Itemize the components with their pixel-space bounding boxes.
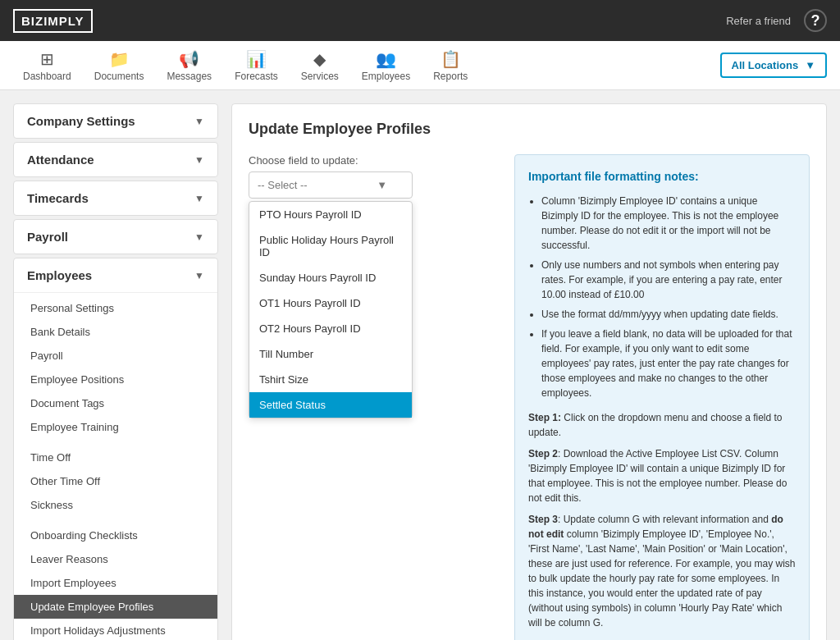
dropdown-item-tshirt-size[interactable]: Tshirt Size [249,367,412,392]
employees-arrow-icon: ▼ [194,270,204,281]
top-nav: BIZIMPLY Refer a friend ? [0,0,840,41]
nav-label-employees: Employees [362,71,410,82]
sidebar-item-onboarding-checklists[interactable]: Onboarding Checklists [14,523,217,547]
nav-label-reports: Reports [433,71,468,82]
timecards-label: Timecards [27,191,89,205]
content-body: Choose field to update: -- Select -- ▼ P… [249,154,810,640]
nav-items: ⊞ Dashboard 📁 Documents 📢 Messages 📊 For… [13,43,477,89]
sidebar-item-import-employees[interactable]: Import Employees [14,571,217,595]
dashboard-icon: ⊞ [40,49,54,69]
dropdown-item-ot1-hours[interactable]: OT1 Hours Payroll ID [249,290,412,316]
sidebar-divider-1 [14,439,217,446]
company-settings-arrow-icon: ▼ [194,116,204,127]
forecasts-icon: 📊 [246,49,267,69]
info-bullet-4: If you leave a field blank, no data will… [541,327,796,400]
dropdown-item-sunday-hours[interactable]: Sunday Hours Payroll ID [249,265,412,290]
select-placeholder: -- Select -- [258,179,308,191]
nav-label-services: Services [301,71,339,82]
dropdown-item-public-holiday-hours[interactable]: Public Holiday Hours Payroll ID [249,227,412,265]
logo[interactable]: BIZIMPLY [13,9,93,33]
step-1: Step 1: Click on the dropdown menu and c… [528,410,796,440]
sidebar-item-leaver-reasons[interactable]: Leaver Reasons [14,547,217,571]
left-panel: Choose field to update: -- Select -- ▼ P… [249,154,498,640]
sidebar-item-bank-details[interactable]: Bank Details [14,320,217,344]
dropdown-item-till-number[interactable]: Till Number [249,341,412,367]
info-bullet-1: Column 'Bizimply Employee ID' contains a… [541,194,796,253]
reports-icon: 📋 [441,49,461,69]
sidebar-item-employee-positions[interactable]: Employee Positions [14,368,217,391]
attendance-label: Attendance [27,153,94,167]
attendance-header[interactable]: Attendance ▼ [14,143,217,176]
info-bullet-2: Only use numbers and not symbols when en… [541,258,796,302]
nav-label-documents: Documents [94,71,144,82]
nav-item-employees[interactable]: 👥 Employees [352,43,420,89]
step-2: Step 2: Download the Active Employee Lis… [528,446,796,505]
nav-label-dashboard: Dashboard [23,71,71,82]
refer-friend-link[interactable]: Refer a friend [726,15,791,27]
sidebar-section-attendance: Attendance ▼ [13,142,218,177]
main-content: Update Employee Profiles Choose field to… [231,103,827,640]
employees-header[interactable]: Employees ▼ [14,258,217,292]
sidebar-section-payroll: Payroll ▼ [13,219,218,254]
select-wrapper: -- Select -- ▼ PTO Hours Payroll ID Publ… [249,171,498,199]
nav-item-dashboard[interactable]: ⊞ Dashboard [13,43,81,89]
field-label: Choose field to update: [249,154,498,167]
timecards-header[interactable]: Timecards ▼ [14,181,217,215]
locations-label: All Locations [732,59,799,71]
select-arrow-icon: ▼ [377,179,387,191]
attendance-arrow-icon: ▼ [194,154,204,166]
sidebar-item-other-time-off[interactable]: Other Time Off [14,469,217,493]
payroll-label: Payroll [27,230,68,244]
sidebar-section-timecards: Timecards ▼ [13,181,218,216]
company-settings-header[interactable]: Company Settings ▼ [14,104,217,138]
sidebar-item-payroll[interactable]: Payroll [14,344,217,368]
nav-item-documents[interactable]: 📁 Documents [84,43,154,89]
nav-item-services[interactable]: ◆ Services [291,43,349,89]
info-bullet-3: Use the format dd/mm/yyyy when updating … [541,307,796,322]
nav-item-messages[interactable]: 📢 Messages [157,43,221,89]
documents-icon: 📁 [109,49,130,69]
dropdown-item-ot2-hours[interactable]: OT2 Hours Payroll ID [249,316,412,341]
sidebar-item-sickness[interactable]: Sickness [14,493,217,517]
nav-item-reports[interactable]: 📋 Reports [423,43,477,89]
nav-item-forecasts[interactable]: 📊 Forecasts [225,43,288,89]
step-4: Step 4: Choose the CSV file that you hav… [528,637,796,640]
select-box[interactable]: -- Select -- ▼ [249,171,413,199]
timecards-arrow-icon: ▼ [194,193,204,204]
dropdown-menu: PTO Hours Payroll ID Public Holiday Hour… [249,201,413,418]
nav-bar-right: All Locations ▼ [720,53,828,78]
sidebar-item-employee-training[interactable]: Employee Training [14,415,217,439]
payroll-header[interactable]: Payroll ▼ [14,220,217,254]
sidebar-section-employees: Employees ▼ Personal Settings Bank Detai… [13,258,218,640]
dropdown-item-pto-hours[interactable]: PTO Hours Payroll ID [249,202,412,227]
payroll-arrow-icon: ▼ [194,231,204,243]
info-panel-bullets: Column 'Bizimply Employee ID' contains a… [528,194,796,400]
employees-section-label: Employees [27,268,92,282]
employees-sub-items: Personal Settings Bank Details Payroll E… [14,292,217,640]
sidebar: Company Settings ▼ Attendance ▼ Timecard… [13,103,218,640]
locations-dropdown[interactable]: All Locations ▼ [720,53,828,78]
services-icon: ◆ [313,49,326,69]
right-panel: Important file formatting notes: Column … [514,154,810,640]
step-3: Step 3: Update column G with relevant in… [528,512,796,630]
nav-label-messages: Messages [167,71,212,82]
dropdown-item-settled-status[interactable]: Settled Status [249,392,412,418]
info-panel-title: Important file formatting notes: [528,168,796,185]
sidebar-section-company-settings: Company Settings ▼ [13,103,218,139]
sidebar-item-update-employee-profiles[interactable]: Update Employee Profiles [14,595,217,619]
messages-icon: 📢 [179,49,199,69]
nav-bar: ⊞ Dashboard 📁 Documents 📢 Messages 📊 For… [0,41,840,90]
sidebar-divider-2 [14,517,217,523]
help-button[interactable]: ? [804,9,827,32]
employees-icon: 👥 [376,49,396,69]
main-layout: Company Settings ▼ Attendance ▼ Timecard… [0,90,840,640]
sidebar-item-import-holidays-adjustments[interactable]: Import Holidays Adjustments [14,619,217,640]
sidebar-item-document-tags[interactable]: Document Tags [14,391,217,415]
nav-label-forecasts: Forecasts [235,71,278,82]
locations-arrow-icon: ▼ [805,59,815,71]
company-settings-label: Company Settings [27,114,135,128]
top-nav-right: Refer a friend ? [726,9,827,32]
page-title: Update Employee Profiles [249,121,810,138]
sidebar-item-time-off[interactable]: Time Off [14,446,217,469]
sidebar-item-personal-settings[interactable]: Personal Settings [14,296,217,320]
